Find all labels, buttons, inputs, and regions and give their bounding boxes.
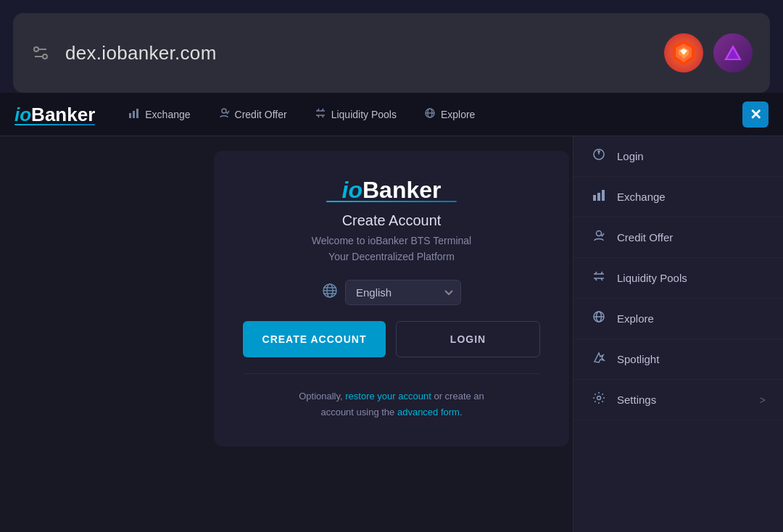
exchange-icon	[128, 107, 140, 122]
liquidity-pools-icon	[315, 107, 326, 122]
svg-point-9	[222, 109, 226, 113]
restore-account-link[interactable]: restore your account	[345, 391, 431, 402]
svg-point-19	[598, 151, 600, 152]
address-bar-text[interactable]: dex.iobanker.com	[65, 42, 650, 65]
svg-point-23	[597, 231, 602, 236]
card-subtitle2: Your Decentralized Platform	[243, 251, 540, 262]
footer-prefix: Optionally,	[299, 391, 342, 402]
nav-item-explore[interactable]: Explore	[413, 101, 486, 128]
footer-suffix: .	[460, 407, 463, 417]
akash-icon	[713, 33, 753, 72]
settings-arrow: >	[760, 394, 766, 406]
dropdown-credit-offer-label: Credit Offer	[617, 231, 766, 244]
dropdown-item-credit-offer[interactable]: Credit Offer	[573, 217, 783, 258]
svg-rect-21	[597, 193, 600, 201]
navbar-logo: ioBanker	[14, 104, 95, 125]
app-container: ioBanker Exchange Credit Offer	[0, 93, 783, 532]
logo-io: io	[14, 104, 31, 125]
svg-rect-20	[593, 195, 596, 201]
explore-icon	[424, 107, 436, 122]
nav-item-credit-offer[interactable]: Credit Offer	[207, 101, 299, 128]
dropdown-item-liquidity-pools[interactable]: Liquidity Pools	[573, 258, 783, 299]
nav-item-liquidity-pools-label: Liquidity Pools	[331, 109, 397, 120]
nav-item-exchange[interactable]: Exchange	[117, 101, 202, 128]
dropdown-explore-label: Explore	[617, 312, 766, 325]
nav-close-button[interactable]: ✕	[742, 101, 768, 128]
language-selector: English Chinese Spanish Russian Korean	[243, 280, 540, 305]
dropdown-exchange-label: Exchange	[617, 191, 766, 203]
dropdown-spotlight-label: Spotlight	[617, 353, 766, 365]
card-logo-banker: Banker	[362, 177, 442, 203]
card-footer: Optionally, restore your account or crea…	[243, 388, 540, 420]
svg-point-0	[34, 47, 38, 51]
nav-item-explore-label: Explore	[441, 109, 475, 120]
dropdown-item-login[interactable]: Login	[573, 136, 783, 177]
dropdown-item-exchange[interactable]: Exchange	[573, 177, 783, 217]
advanced-form-link[interactable]: advanced form	[397, 407, 460, 417]
create-account-button[interactable]: CREATE ACCOUNT	[243, 321, 386, 357]
browser-icons	[664, 33, 753, 72]
svg-point-27	[597, 396, 601, 400]
card-logo-io: io	[342, 177, 362, 203]
dropdown-item-spotlight[interactable]: Spotlight	[573, 339, 783, 380]
dropdown-credit-offer-icon	[591, 229, 607, 246]
svg-rect-8	[136, 109, 138, 118]
dropdown-item-explore[interactable]: Explore	[573, 299, 783, 339]
globe-icon	[322, 283, 338, 303]
nav-items: Exchange Credit Offer Liquidity Pools Ex…	[117, 101, 742, 128]
main-content: ioBanker Create Account Welcome to ioBan…	[0, 136, 783, 532]
nav-item-exchange-label: Exchange	[145, 109, 190, 120]
dropdown-settings-label: Settings	[617, 394, 750, 406]
dropdown-settings-icon	[591, 391, 607, 408]
dropdown-item-settings[interactable]: Settings >	[573, 380, 783, 420]
nav-item-liquidity-pools[interactable]: Liquidity Pools	[303, 101, 408, 128]
card-title: Create Account	[243, 212, 540, 229]
brave-icon	[664, 33, 703, 72]
card-divider	[243, 373, 540, 374]
login-icon	[591, 148, 607, 165]
login-button[interactable]: LOGIN	[396, 321, 540, 357]
dropdown-menu: Login Exchange Credit Offer Liquidity Po…	[573, 136, 783, 532]
svg-rect-7	[133, 111, 135, 118]
language-select[interactable]: English Chinese Spanish Russian Korean	[345, 280, 461, 305]
card-buttons: CREATE ACCOUNT LOGIN	[243, 321, 540, 357]
navbar: ioBanker Exchange Credit Offer	[0, 93, 783, 136]
nav-item-credit-offer-label: Credit Offer	[235, 109, 287, 120]
dropdown-liquidity-label: Liquidity Pools	[617, 272, 766, 284]
close-icon: ✕	[750, 106, 762, 123]
svg-point-2	[43, 54, 47, 59]
dropdown-spotlight-icon	[591, 351, 607, 367]
dropdown-liquidity-icon	[591, 270, 607, 286]
svg-rect-6	[129, 113, 131, 118]
browser-chrome: dex.iobanker.com	[13, 13, 770, 93]
card-logo: ioBanker	[243, 177, 540, 202]
dropdown-login-label: Login	[617, 150, 766, 162]
dropdown-exchange-icon	[591, 188, 607, 205]
address-bar-icon	[30, 43, 51, 63]
logo-banker: Banker	[31, 104, 95, 125]
card-subtitle: Welcome to ioBanker BTS Terminal	[243, 235, 540, 246]
credit-offer-icon	[218, 107, 230, 122]
create-account-card: ioBanker Create Account Welcome to ioBan…	[214, 151, 569, 446]
svg-rect-22	[602, 190, 605, 201]
dropdown-explore-icon	[591, 310, 607, 327]
